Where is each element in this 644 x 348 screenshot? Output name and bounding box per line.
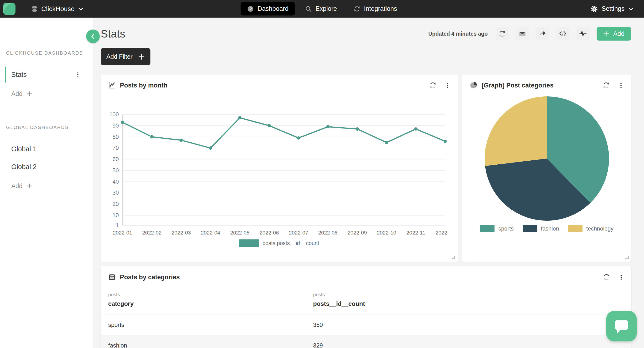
svg-text:1: 1 xyxy=(116,222,119,228)
card-title: Posts by categories xyxy=(120,274,180,281)
refresh-dashboard-button[interactable] xyxy=(496,27,509,40)
sync-icon xyxy=(354,5,360,12)
code-icon xyxy=(559,30,566,37)
legend-item-sports: sports xyxy=(480,225,514,232)
brand: ClickHouse xyxy=(3,3,84,15)
email-report-button[interactable] xyxy=(516,27,529,40)
svg-text:20: 20 xyxy=(112,201,119,207)
card-header: [Graph] Post categories xyxy=(462,74,631,89)
sidebar-add-dashboard[interactable]: Add xyxy=(0,86,93,101)
table-row[interactable]: sports350 xyxy=(101,315,631,335)
header-actions: Updated 4 minutes ago xyxy=(428,27,631,40)
cell-count: 329 xyxy=(313,342,624,348)
card-kebab-menu-icon[interactable] xyxy=(445,82,450,88)
dashboard-gauge-icon xyxy=(247,5,254,12)
plus-icon xyxy=(27,183,32,189)
card-header: Posts by month xyxy=(101,74,458,89)
tab-integrations[interactable]: Integrations xyxy=(347,2,404,15)
tab-label: Explore xyxy=(316,5,337,12)
legend-label: posts.posts__id__count xyxy=(262,240,319,247)
sidebar-item-label: Global 1 xyxy=(11,145,36,153)
sidebar: CLICKHOUSE DASHBOARDS Stats Add GLOBAL D… xyxy=(0,17,93,348)
main-content: Stats Updated 4 minutes ago xyxy=(93,17,644,348)
card-refresh-button[interactable] xyxy=(602,82,610,89)
settings-menu[interactable]: Settings xyxy=(590,5,634,13)
search-icon xyxy=(305,5,312,12)
card-actions xyxy=(429,82,450,89)
legend-swatch xyxy=(480,225,494,232)
column-header-category: posts category xyxy=(108,292,313,308)
sidebar-item-stats[interactable]: Stats xyxy=(0,66,93,83)
svg-text:100: 100 xyxy=(109,111,119,117)
resize-grip[interactable] xyxy=(452,256,455,259)
app-body: CLICKHOUSE DASHBOARDS Stats Add GLOBAL D… xyxy=(0,17,644,348)
cell-count: 350 xyxy=(313,322,624,328)
sidebar-section-global-dashboards: GLOBAL DASHBOARDS xyxy=(0,125,93,130)
pie-chart-icon xyxy=(470,82,477,89)
column-group-label: posts xyxy=(108,292,313,297)
database-icon xyxy=(31,5,38,12)
svg-text:2022-08: 2022-08 xyxy=(318,230,338,236)
legend-swatch xyxy=(568,225,582,232)
line-chart-legend: posts.posts__id__count xyxy=(101,239,458,247)
refresh-icon xyxy=(603,273,610,281)
add-filter-button[interactable]: Add Filter xyxy=(101,48,150,65)
app-logo[interactable] xyxy=(3,3,16,15)
svg-text:2022-10: 2022-10 xyxy=(377,230,396,236)
column-header-count: posts posts__id__count xyxy=(313,292,624,308)
sidebar-add-global-dashboard[interactable]: Add xyxy=(0,178,93,193)
sidebar-divider xyxy=(6,111,84,111)
dashboard-row-1: Posts by month xyxy=(101,74,631,262)
legend-label: fashion xyxy=(541,225,559,232)
table-row[interactable]: fashion329 xyxy=(101,335,631,348)
sidebar-item-global-2[interactable]: Global 2 xyxy=(0,158,93,176)
add-chart-button[interactable]: Add xyxy=(596,27,631,40)
page-title: Stats xyxy=(101,27,125,40)
card-header: Posts by categories xyxy=(101,266,631,281)
share-button[interactable] xyxy=(536,27,549,40)
sidebar-item-global-1[interactable]: Global 1 xyxy=(0,140,93,158)
legend-label: technology xyxy=(586,225,614,232)
column-group-label: posts xyxy=(313,292,624,297)
cell-category: sports xyxy=(108,322,313,328)
svg-text:2022-06: 2022-06 xyxy=(260,230,279,236)
pie-chart-legend: sportsfashiontechnology xyxy=(462,225,631,232)
svg-text:50: 50 xyxy=(112,167,119,174)
card-posts-by-month: Posts by month xyxy=(101,74,458,262)
topbar: ClickHouse Dashboard Explore xyxy=(0,0,644,17)
database-selector[interactable]: ClickHouse xyxy=(31,5,84,13)
svg-text:2022-04: 2022-04 xyxy=(201,230,220,236)
card-kebab-menu-icon[interactable] xyxy=(619,274,624,280)
tab-dashboard[interactable]: Dashboard xyxy=(240,2,295,15)
chat-widget-button[interactable] xyxy=(606,311,637,342)
resize-grip[interactable] xyxy=(625,256,629,259)
cell-category: fashion xyxy=(108,342,313,348)
card-actions xyxy=(602,82,624,89)
svg-text:10: 10 xyxy=(112,212,119,218)
chevron-down-icon xyxy=(628,6,634,12)
table-icon xyxy=(108,273,116,281)
sidebar-collapse-button[interactable] xyxy=(86,29,100,43)
embed-code-button[interactable] xyxy=(556,27,569,40)
plus-icon xyxy=(138,53,145,60)
svg-text:2022-03: 2022-03 xyxy=(172,230,191,236)
post-categories-pie-chart xyxy=(484,95,610,222)
mail-icon xyxy=(519,30,526,37)
settings-label: Settings xyxy=(602,5,624,12)
stats-kebab-menu-icon[interactable] xyxy=(75,72,80,77)
legend-swatch xyxy=(239,239,259,247)
card-kebab-menu-icon[interactable] xyxy=(618,82,624,88)
card-refresh-button[interactable] xyxy=(603,273,610,281)
card-posts-by-categories: Posts by categories xyxy=(101,266,631,348)
card-refresh-button[interactable] xyxy=(429,82,436,89)
add-label: Add xyxy=(11,90,22,97)
brand-label: ClickHouse xyxy=(41,5,75,13)
tab-label: Dashboard xyxy=(258,5,288,12)
tab-explore[interactable]: Explore xyxy=(298,2,343,15)
card-actions xyxy=(603,273,624,281)
legend-item-technology: technology xyxy=(568,225,614,232)
svg-text:90: 90 xyxy=(112,122,119,129)
activity-button[interactable] xyxy=(576,27,590,40)
add-filter-label: Add Filter xyxy=(106,53,132,60)
table-body: sports350fashion329 xyxy=(101,315,631,348)
